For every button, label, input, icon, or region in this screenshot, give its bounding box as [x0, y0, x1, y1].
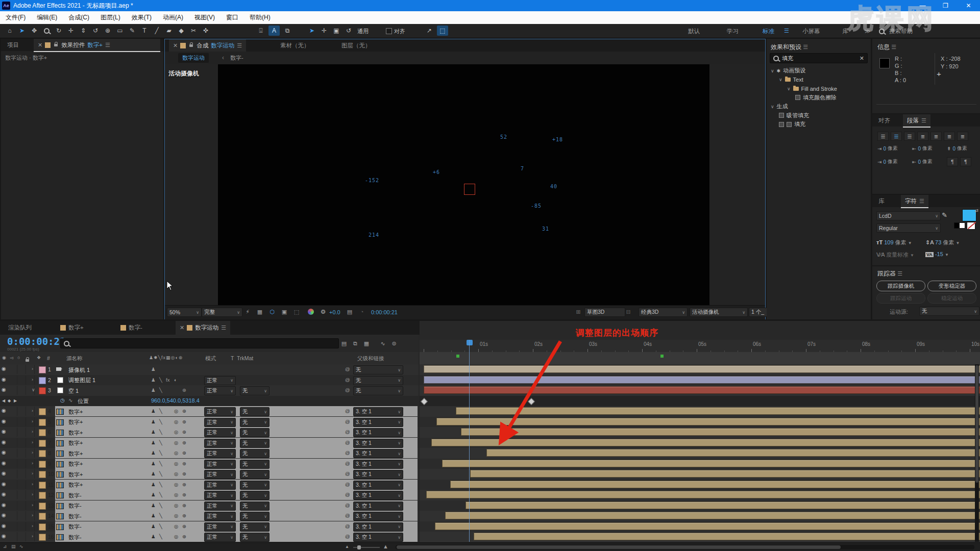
switch-shy-icon[interactable]: ♟: [151, 387, 156, 393]
shy-footer-icon[interactable]: ⊿: [3, 544, 7, 549]
layer-label-chip[interactable]: [39, 408, 46, 415]
switch-threeD-icon[interactable]: ⊛: [182, 523, 186, 529]
zoom-in-mountain-icon[interactable]: ▲: [383, 543, 388, 549]
track-row[interactable]: [420, 511, 980, 521]
workspace-2[interactable]: 标准: [763, 28, 774, 35]
tab-footage[interactable]: 素材（无）: [276, 39, 314, 52]
layer-label-chip[interactable]: [39, 482, 46, 489]
parent-select[interactable]: 无∨: [353, 386, 403, 395]
switch-shy-icon[interactable]: ♟: [151, 408, 156, 414]
close-icon[interactable]: ✕: [38, 42, 42, 48]
tab-align[interactable]: 对齐: [874, 114, 894, 127]
switch-shy-icon[interactable]: ♟: [151, 461, 156, 466]
property-value[interactable]: 960.0,540.0,5318.4: [151, 397, 200, 404]
track-row[interactable]: [420, 469, 980, 480]
tool-pen[interactable]: ✎: [127, 26, 138, 36]
layer-name[interactable]: 数字+: [68, 429, 83, 437]
switch-blur-icon[interactable]: ◎: [174, 450, 178, 456]
switch-quality-icon[interactable]: ╲: [159, 534, 162, 539]
switch-quality-icon[interactable]: ╲: [159, 513, 162, 518]
layer-duration-bar[interactable]: [486, 449, 980, 457]
pickwhip-icon[interactable]: @: [345, 440, 350, 445]
tool-motion-sketch[interactable]: ⬚: [437, 26, 448, 36]
pickwhip-icon[interactable]: @: [345, 513, 350, 518]
switch-blur-icon[interactable]: ◎: [174, 492, 178, 497]
effects-tree-item[interactable]: ∨Text: [779, 76, 803, 84]
layer-name[interactable]: 数字-: [68, 513, 82, 520]
tool-orbit-camera[interactable]: ↻: [53, 26, 64, 36]
switch-quality-icon[interactable]: ╲: [159, 429, 162, 435]
effects-tree-item[interactable]: ∨Fill and Stroke: [787, 84, 837, 93]
breadcrumb-current[interactable]: 数字运动: [178, 53, 209, 63]
layer-name[interactable]: 数字+: [68, 408, 83, 416]
eye-icon[interactable]: ◉: [2, 512, 6, 518]
effects-tree-item[interactable]: ∨生成: [771, 102, 788, 111]
playhead-line[interactable]: [469, 340, 470, 542]
blend-mode-select[interactable]: 正常∨: [204, 460, 236, 469]
tool-local-axis-mode[interactable]: ⍗: [255, 26, 266, 36]
no-fill-swatch[interactable]: [967, 222, 975, 230]
layer-duration-bar[interactable]: [424, 386, 980, 394]
menu-item-4[interactable]: 效果(T): [126, 11, 157, 24]
twirl-icon[interactable]: ›: [32, 450, 33, 455]
eye-icon[interactable]: ◉: [2, 377, 6, 382]
justify-all-button[interactable]: ≣: [957, 132, 968, 141]
track-row[interactable]: [420, 448, 980, 459]
paragraph-field-2[interactable]: ⇞0像素: [947, 145, 967, 152]
track-row[interactable]: [420, 406, 980, 417]
parent-select[interactable]: 3. 空 1∨: [353, 418, 403, 427]
workspace-4[interactable]: 库: [842, 28, 848, 35]
timeline-zoom-slider[interactable]: [353, 547, 380, 548]
trkmat-select[interactable]: 无∨: [240, 407, 270, 416]
workspace-3[interactable]: 小屏幕: [802, 28, 820, 35]
tool-pan-camera[interactable]: ✛: [65, 26, 77, 36]
layer-name[interactable]: 摄像机 1: [68, 366, 90, 374]
layer-duration-bar[interactable]: [474, 533, 980, 540]
menu-item-0[interactable]: 文件(F): [0, 11, 31, 24]
property-name[interactable]: 位置: [78, 397, 89, 405]
switch-blur-icon[interactable]: ◎: [174, 461, 178, 466]
switch-threeD-icon[interactable]: ⊛: [182, 408, 186, 414]
switch-blur-icon[interactable]: ◎: [174, 419, 178, 424]
justify-last-center-button[interactable]: ≣: [930, 132, 942, 141]
snap-label[interactable]: 对齐: [394, 28, 405, 35]
layer-name[interactable]: 调整图层 1: [68, 377, 95, 384]
track-row[interactable]: [420, 490, 980, 500]
pickwhip-icon[interactable]: @: [345, 471, 350, 477]
stroke-color-swatch[interactable]: [954, 222, 965, 229]
current-time-display[interactable]: 0:00:00:21: [371, 309, 398, 315]
switch-blur-icon[interactable]: ◎: [174, 482, 178, 487]
switch-threeD-icon[interactable]: ⊛: [182, 492, 186, 497]
layer-name[interactable]: 数字+: [68, 418, 83, 426]
align-right-button[interactable]: ☰: [904, 132, 915, 141]
exposure-reset-icon[interactable]: ❂: [318, 307, 328, 316]
rulers-icon[interactable]: ⬚: [291, 307, 302, 316]
switch-threeD-icon[interactable]: ⊛: [182, 482, 186, 487]
twirl-icon[interactable]: ›: [32, 377, 33, 382]
eye-icon[interactable]: ◉: [2, 429, 6, 434]
tab-composition[interactable]: ✕ 合成 数字运动 ☰: [169, 39, 246, 53]
layer-label-chip[interactable]: [39, 366, 46, 373]
layer-row[interactable]: ◉∨3空 1♟╲⊛正常∨无∨@无∨: [0, 385, 419, 396]
view-select[interactable]: 活动摄像机∨: [690, 308, 748, 317]
layer-row[interactable]: ◉›7数字+♟╲◎⊛正常∨无∨@3. 空 1∨: [0, 438, 419, 448]
menu-item-7[interactable]: 窗口: [220, 11, 244, 24]
layer-duration-bar[interactable]: [465, 502, 980, 509]
playhead-handle[interactable]: [467, 340, 473, 345]
parent-select[interactable]: 3. 空 1∨: [353, 407, 403, 416]
switch-shy-icon[interactable]: ♟: [151, 513, 156, 518]
fill-stroke-swatches[interactable]: ⇄: [954, 209, 976, 230]
switch-shy-icon[interactable]: ♟: [151, 450, 156, 456]
effects-tree-item[interactable]: 填充颜色擦除: [795, 93, 837, 102]
align-left-button[interactable]: ☰: [877, 132, 889, 141]
track-row[interactable]: [420, 417, 980, 428]
trkmat-select[interactable]: 无∨: [240, 533, 270, 542]
layer-name[interactable]: 数字-: [68, 502, 82, 510]
tab-effect-controls[interactable]: ✕ 效果控件 数字+ ☰: [34, 39, 160, 52]
search-help-label[interactable]: 搜索帮助: [889, 28, 913, 35]
eye-icon[interactable]: ◉: [2, 533, 6, 539]
mask-visibility-icon[interactable]: ⬡: [267, 307, 277, 316]
parent-select[interactable]: 3. 空 1∨: [353, 449, 403, 458]
close-icon[interactable]: ✕: [173, 42, 178, 49]
layer-row[interactable]: ◉›15数字-♟╲◎⊛正常∨无∨@3. 空 1∨: [0, 521, 419, 532]
